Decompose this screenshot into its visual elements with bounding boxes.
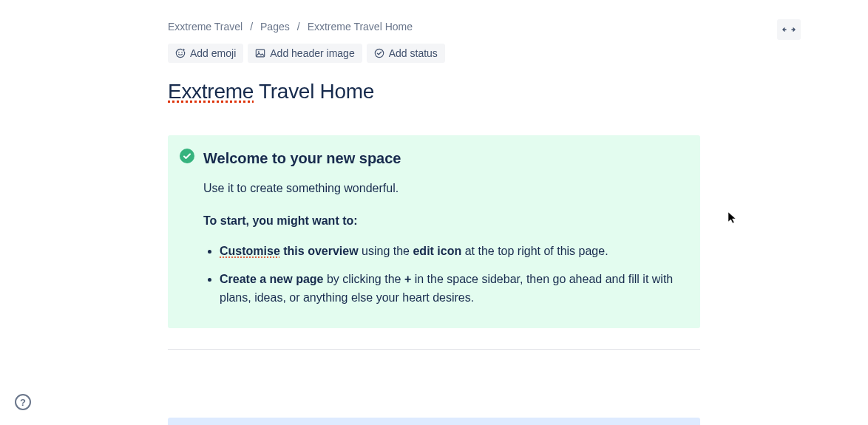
- welcome-paragraph: Use it to create something wonderful.: [203, 180, 685, 197]
- add-header-image-label: Add header image: [270, 47, 354, 59]
- expand-horizontal-icon: [782, 24, 796, 35]
- page-actions-toolbar: Add emoji Add header image Add status: [168, 35, 700, 63]
- welcome-panel: Welcome to your new space Use it to crea…: [168, 135, 700, 328]
- svg-point-1: [178, 52, 180, 53]
- page-title-rest: Travel Home: [254, 80, 374, 103]
- welcome-bullet-customise: Customise this overview using the edit i…: [220, 242, 685, 261]
- svg-rect-4: [257, 50, 265, 57]
- info-panel: Need inspiration? Get a quick intro into…: [168, 418, 700, 425]
- expand-width-button[interactable]: [777, 19, 801, 40]
- breadcrumb-link-pages[interactable]: Pages: [260, 19, 290, 35]
- add-header-image-button[interactable]: Add header image: [248, 44, 362, 63]
- breadcrumb-separator: /: [250, 19, 253, 35]
- image-icon: [255, 48, 265, 58]
- check-circle-icon: [180, 149, 194, 163]
- question-mark-icon: ?: [20, 397, 26, 408]
- add-status-label: Add status: [389, 47, 438, 59]
- add-status-button[interactable]: Add status: [367, 44, 445, 63]
- status-icon: [374, 48, 384, 58]
- svg-point-7: [180, 149, 194, 163]
- welcome-heading: Welcome to your new space: [203, 147, 685, 169]
- breadcrumb-link-space[interactable]: Exxtreme Travel: [168, 19, 243, 35]
- page-title[interactable]: Exxtreme Travel Home: [168, 63, 700, 107]
- svg-point-2: [181, 52, 183, 53]
- help-button[interactable]: ?: [15, 394, 31, 410]
- add-emoji-button[interactable]: Add emoji: [168, 44, 243, 63]
- emoji-add-icon: [175, 48, 186, 58]
- svg-point-5: [258, 51, 260, 52]
- breadcrumb-separator: /: [297, 19, 300, 35]
- breadcrumb: Exxtreme Travel / Pages / Exxtreme Trave…: [168, 19, 413, 35]
- page-title-word1: Exxtreme: [168, 80, 254, 103]
- divider: [168, 349, 700, 350]
- mouse-cursor-icon: [728, 211, 738, 225]
- add-emoji-label: Add emoji: [190, 47, 236, 59]
- welcome-subheading: To start, you might want to:: [203, 212, 685, 230]
- welcome-bullet-create-page: Create a new page by clicking the + in t…: [220, 270, 685, 307]
- breadcrumb-link-current[interactable]: Exxtreme Travel Home: [308, 19, 413, 35]
